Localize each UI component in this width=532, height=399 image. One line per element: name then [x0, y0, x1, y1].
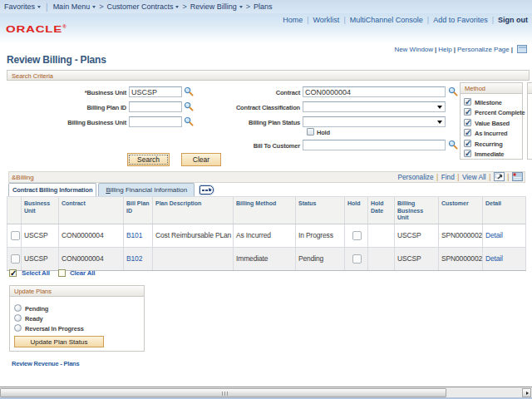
row-select-checkbox[interactable]	[11, 231, 20, 240]
cell-plan-description: Cost Reimbursable PLan	[153, 224, 234, 247]
chevron-down-icon	[175, 6, 179, 8]
add-to-favorites-link[interactable]: Add to Favorites	[433, 16, 488, 24]
new-window-link[interactable]: New Window	[394, 46, 433, 53]
reversal-in-progress-radio[interactable]	[14, 324, 22, 332]
hold-label: Hold	[317, 129, 330, 136]
business-unit-label: *Business Unit	[0, 89, 126, 96]
hold-checkbox[interactable]	[307, 128, 314, 135]
download-icon[interactable]	[494, 172, 505, 183]
method-option-recurring: Recurring	[464, 139, 522, 149]
col-status: Status	[296, 197, 345, 224]
cell-customer: SPN0000002	[439, 224, 483, 247]
tab-contract-billing-information[interactable]: Contract Billing Information	[8, 183, 96, 196]
find-link[interactable]: Find	[441, 174, 455, 181]
sign-out-link[interactable]: Sign out	[498, 16, 528, 24]
breadcrumb-label: Customer Contracts	[106, 2, 173, 11]
personalize-page-link[interactable]: Personalize Page	[457, 46, 510, 53]
cell-hold-date	[368, 247, 395, 270]
bill-to-customer-label: Bill To Customer	[133, 142, 300, 150]
scrollbar-right-arrow[interactable]	[522, 388, 531, 397]
table-row: USCSP CON0000004 B101 Cost Reimbursable …	[7, 224, 526, 247]
hold-row-checkbox[interactable]	[352, 231, 362, 240]
clear-button[interactable]: Clear	[181, 153, 221, 166]
as-incurred-checkbox[interactable]	[464, 129, 471, 136]
cell-contract: CON0000004	[59, 224, 124, 247]
oracle-logo: ORACLE®	[6, 23, 66, 34]
bill-to-customer-lookup-icon[interactable]	[448, 140, 459, 150]
contract-lookup-icon[interactable]	[448, 86, 459, 97]
recurring-checkbox[interactable]	[464, 140, 471, 147]
breadcrumb-item-customer-contracts[interactable]: Customer Contracts	[106, 2, 180, 11]
cutoff-groupbox	[527, 82, 532, 160]
clear-all-link[interactable]: Clear All	[70, 269, 95, 277]
row-select-checkbox[interactable]	[11, 254, 20, 264]
search-button[interactable]: Search	[127, 153, 170, 166]
col-business-unit: Business Unit	[22, 197, 59, 224]
breadcrumb-item-review-billing[interactable]: Review Billing	[190, 2, 244, 11]
show-tabs-icon[interactable]	[200, 185, 214, 195]
contract-classification-select[interactable]	[303, 101, 446, 112]
cell-contract: CON0000004	[59, 247, 124, 270]
page-title: Review Billing - Plans	[7, 54, 106, 66]
milestone-label: Milestone	[475, 99, 502, 106]
method-header: Method	[461, 83, 522, 94]
bill-plan-id-link[interactable]: B102	[126, 254, 142, 263]
immediate-checkbox[interactable]	[464, 150, 471, 157]
milestone-checkbox[interactable]	[464, 98, 471, 106]
update-plan-status-button[interactable]: Update Plan Status	[14, 336, 104, 347]
multichannel-console-link[interactable]: MultiChannel Console	[350, 16, 423, 24]
pending-radio[interactable]	[14, 304, 22, 312]
window-icon[interactable]	[517, 45, 527, 53]
percent-complete-checkbox[interactable]	[464, 108, 471, 116]
view-all-link[interactable]: View All	[462, 174, 486, 181]
main-menu[interactable]: Main Menu	[52, 2, 97, 11]
breadcrumb-chevron: >	[246, 2, 250, 11]
grid-view-icon[interactable]	[512, 172, 523, 183]
contract-label: Contract	[133, 89, 300, 96]
ready-label: Ready	[25, 315, 43, 323]
help-link[interactable]: Help	[438, 46, 451, 53]
detail-link[interactable]: Detail	[485, 231, 503, 239]
select-all-link[interactable]: Select All	[22, 269, 50, 277]
horizontal-scrollbar[interactable]	[0, 387, 532, 397]
home-link[interactable]: Home	[283, 16, 303, 24]
col-detail: Detail	[483, 197, 526, 224]
main-menu-label: Main Menu	[53, 2, 91, 11]
separator: |	[457, 174, 459, 181]
contract-input[interactable]	[303, 86, 446, 97]
breadcrumb-item-plans: Plans	[253, 2, 273, 11]
review-revenue-plans-link[interactable]: Review Revenue - Plans	[12, 360, 79, 367]
banner: Home | Worklist | MultiChannel Console |…	[0, 13, 532, 43]
cell-customer: SPN0000002	[439, 247, 483, 270]
hold-row-checkbox[interactable]	[352, 254, 362, 264]
chevron-down-icon	[92, 6, 96, 8]
favorites-menu[interactable]: Favorites	[3, 2, 42, 11]
clear-all-icon[interactable]	[58, 269, 66, 277]
col-billing-method: Billing Method	[234, 197, 296, 224]
tab-billing-financial-information[interactable]: Billing Financial Information	[98, 183, 195, 196]
billing-plan-status-select[interactable]	[303, 116, 446, 127]
col-billing-business-unit: Billing Business Unit	[395, 197, 439, 224]
cell-business-unit: USCSP	[22, 247, 59, 270]
worklist-link[interactable]: Worklist	[313, 16, 340, 24]
cell-billing-business-unit: USCSP	[395, 247, 439, 270]
select-all-icon[interactable]	[9, 269, 17, 277]
personalize-link[interactable]: Personalize	[397, 174, 433, 181]
scrollbar-thumb[interactable]	[0, 388, 446, 397]
detail-link[interactable]: Detail	[485, 254, 503, 263]
billing-plan-id-label: Billing Plan ID	[0, 104, 126, 111]
as-incurred-label: As Incurred	[475, 130, 507, 137]
separator: |	[427, 16, 429, 24]
trademark: ®	[62, 25, 66, 29]
utility-bar: New Window | Help | Personalize Page |	[394, 45, 527, 53]
reversal-in-progress-label: Reversal In Progress	[25, 325, 84, 332]
ready-radio[interactable]	[14, 314, 22, 322]
col-select	[7, 197, 22, 224]
value-based-checkbox[interactable]	[464, 119, 471, 126]
cell-billing-method: Immediate	[234, 247, 296, 270]
bill-to-customer-input[interactable]	[303, 140, 446, 150]
grid-tabs: Contract Billing Information Billing Fin…	[8, 183, 214, 196]
bill-plan-id-link[interactable]: B101	[126, 231, 142, 239]
table-row: USCSP CON0000004 B102 Immediate Pending …	[7, 247, 526, 270]
col-hold: Hold	[345, 197, 368, 224]
